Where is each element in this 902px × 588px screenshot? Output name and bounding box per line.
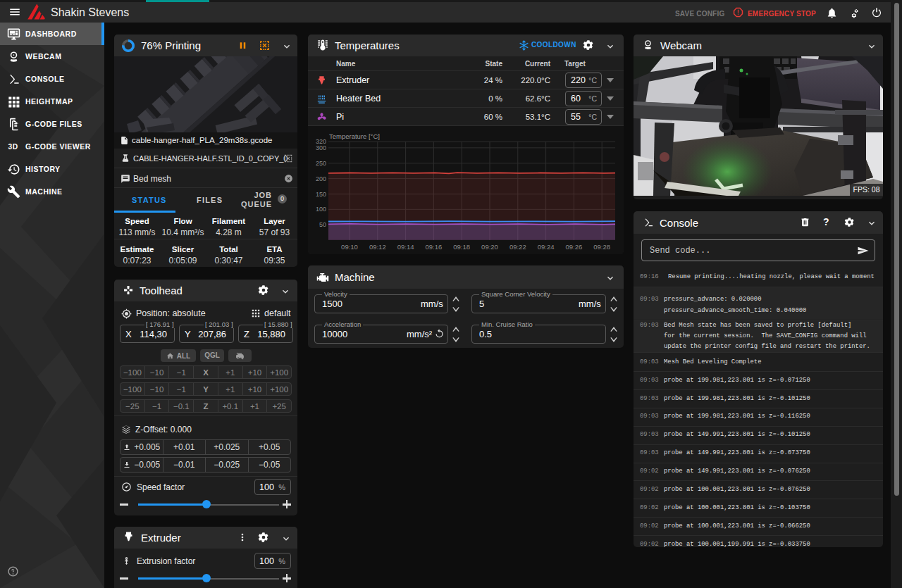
svg-text:09:12: 09:12 bbox=[369, 243, 386, 251]
svg-text:09:20: 09:20 bbox=[481, 243, 498, 251]
svg-text:09:28: 09:28 bbox=[593, 243, 610, 251]
svg-text:200: 200 bbox=[316, 175, 326, 182]
svg-text:50: 50 bbox=[319, 221, 326, 228]
svg-text:3D: 3D bbox=[8, 143, 18, 151]
svg-text:09:22: 09:22 bbox=[509, 243, 526, 251]
svg-text:300: 300 bbox=[316, 144, 326, 151]
svg-text:150: 150 bbox=[316, 191, 326, 198]
svg-text:09:18: 09:18 bbox=[453, 243, 470, 251]
svg-text:09:14: 09:14 bbox=[397, 243, 414, 251]
svg-text:250: 250 bbox=[316, 160, 326, 167]
svg-text:09:24: 09:24 bbox=[538, 243, 555, 251]
svg-text:09:10: 09:10 bbox=[341, 243, 358, 251]
svg-text:09:26: 09:26 bbox=[566, 243, 583, 251]
svg-text:09:16: 09:16 bbox=[426, 243, 443, 251]
svg-text:100: 100 bbox=[316, 206, 326, 213]
svg-text:Temperature [°C]: Temperature [°C] bbox=[329, 132, 380, 140]
